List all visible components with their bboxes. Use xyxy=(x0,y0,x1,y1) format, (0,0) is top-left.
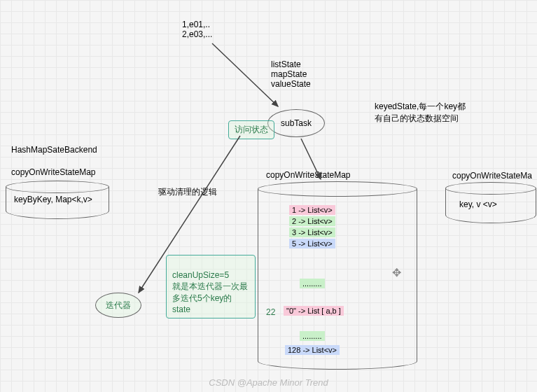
entry-3: 3 -> List<v> xyxy=(289,227,335,237)
entry-1: 1 -> List<v> xyxy=(289,205,335,215)
subtask-node: subTask xyxy=(267,109,325,137)
entry-dots2: ......... xyxy=(300,331,325,341)
iterator-node: 迭代器 xyxy=(95,293,141,318)
move-cursor-icon: ✥ xyxy=(391,267,402,279)
iterator-label: 迭代器 xyxy=(106,300,131,312)
left-map-title: copyOnWriteStateMap xyxy=(11,167,96,177)
drive-logic-label: 驱动清理的逻辑 xyxy=(158,186,217,198)
entry-22-num: 22 xyxy=(266,307,275,317)
entry-dots1: ......... xyxy=(300,279,325,288)
cleanup-label: cleanUpSize=5 就是本迭代器一次最 多迭代5个key的state xyxy=(172,270,248,314)
entry-128: 128 -> List<v> xyxy=(285,345,340,355)
subtask-label: subTask xyxy=(281,118,312,128)
watermark-label: CSDN @Apache Minor Trend xyxy=(0,377,537,388)
state-types-label: listState mapState valueState xyxy=(271,59,311,89)
cleanup-box: cleanUpSize=5 就是本迭代器一次最 多迭代5个key的state xyxy=(166,255,256,318)
visit-state-label: 访问状态 xyxy=(235,125,268,134)
right-map-title: copyOnWriteStateMa xyxy=(452,171,532,181)
keyed-state-label: keyedState,每一个key都 有自己的状态数据空间 xyxy=(375,101,466,125)
entry-5: 5 -> List<v> xyxy=(289,239,335,248)
input-data-label: 1,e01,.. 2,e03,... xyxy=(182,20,212,39)
svg-line-0 xyxy=(212,43,278,106)
left-map-content: keyByKey, Map<k,v> xyxy=(14,195,92,204)
entry-0: "0" -> List [ a,b ] xyxy=(284,306,344,316)
right-map-content: key, v <v> xyxy=(459,200,497,209)
entry-2: 2 -> List<v> xyxy=(289,216,335,226)
visit-state-box: 访问状态 xyxy=(228,120,274,139)
backend-label: HashMapSateBackend xyxy=(11,145,97,155)
center-map-title: copyOnWriteStateMap xyxy=(266,170,351,180)
